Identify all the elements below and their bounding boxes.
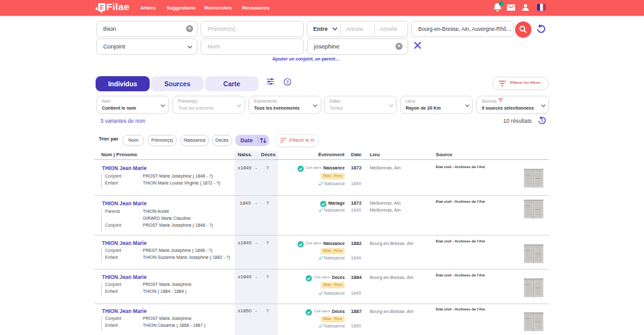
- svg-text:?: ?: [286, 79, 289, 85]
- svg-text:F: F: [100, 4, 104, 11]
